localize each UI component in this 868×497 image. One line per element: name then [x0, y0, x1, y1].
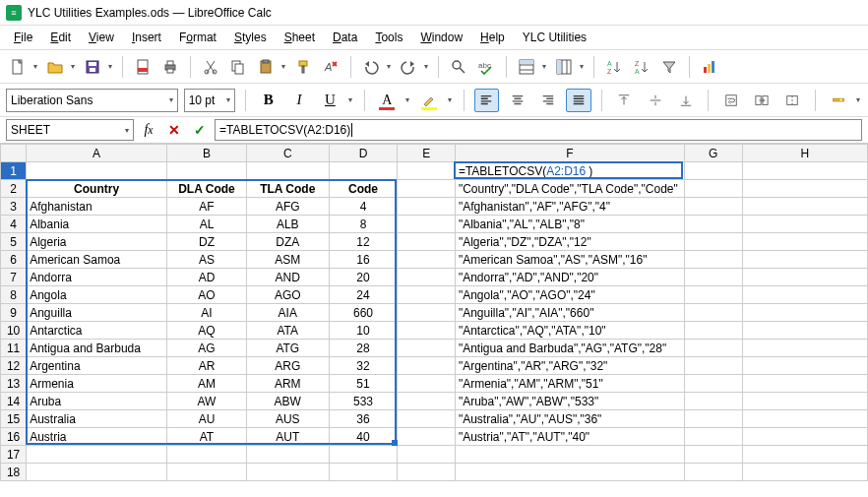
row-header-4[interactable]: 4 [1, 216, 27, 233]
cell-B13[interactable]: AM [167, 375, 247, 393]
cell-D15[interactable]: 36 [329, 410, 398, 428]
cell-F14[interactable]: "Aruba","AW","ABW","533" [455, 393, 684, 410]
currency-button[interactable] [826, 89, 850, 112]
cell-B2[interactable]: DLA Code [167, 180, 247, 198]
cell-C4[interactable]: ALB [246, 216, 329, 233]
cell-C16[interactable]: AUT [246, 428, 329, 446]
cell-D17[interactable] [329, 446, 398, 464]
cell-F11[interactable]: "Antigua and Barbuda","AG","ATG","28" [455, 340, 684, 357]
paste-button[interactable] [254, 55, 278, 79]
cell-B17[interactable] [167, 446, 247, 464]
chart-button[interactable] [698, 55, 721, 79]
row-header-1[interactable]: 1 [1, 162, 27, 180]
cell-G17[interactable] [684, 446, 742, 464]
sort-asc-button[interactable]: AZ [602, 55, 626, 79]
menu-styles[interactable]: Styles [226, 29, 275, 46]
cell-B7[interactable]: AD [167, 269, 247, 286]
font-color-button[interactable]: A [375, 89, 400, 112]
menu-ylc[interactable]: YLC Utilities [515, 29, 594, 46]
clear-formatting-button[interactable]: A [319, 55, 342, 79]
find-button[interactable] [447, 55, 470, 79]
cell-F1[interactable]: =TABLETOCSV(A2:D16) [455, 162, 684, 180]
col-header-G[interactable]: G [684, 145, 742, 162]
cell-E7[interactable] [398, 269, 456, 286]
cell-D6[interactable]: 16 [329, 251, 398, 269]
cell-A13[interactable]: Armenia [27, 375, 167, 393]
cell-F3[interactable]: "Afghanistan","AF","AFG","4" [455, 198, 684, 216]
cell-E15[interactable] [398, 410, 456, 428]
cell-G18[interactable] [684, 464, 742, 481]
cell-A1[interactable] [27, 162, 167, 180]
cell-G1[interactable] [684, 162, 742, 180]
name-box[interactable]: SHEET▾ [6, 119, 134, 141]
cell-E5[interactable] [398, 233, 456, 251]
menu-format[interactable]: Format [171, 29, 224, 46]
cell-G10[interactable] [684, 322, 742, 340]
cell-F15[interactable]: "Australia","AU","AUS","36" [455, 410, 684, 428]
cell-A7[interactable]: Andorra [27, 269, 167, 286]
cell-G15[interactable] [684, 410, 742, 428]
cell-C9[interactable]: AIA [246, 304, 329, 322]
cell-B11[interactable]: AG [167, 340, 247, 357]
menu-data[interactable]: Data [325, 29, 365, 46]
cell-C12[interactable]: ARG [246, 357, 329, 375]
currency-dropdown[interactable]: ▾ [854, 95, 862, 104]
cell-C15[interactable]: AUS [246, 410, 329, 428]
row-header-2[interactable]: 2 [1, 180, 27, 198]
cell-F5[interactable]: "Algeria","DZ","DZA","12" [455, 233, 684, 251]
cell-F4[interactable]: "Albania","AL","ALB","8" [455, 216, 684, 233]
export-pdf-button[interactable] [131, 55, 155, 79]
cell-A4[interactable]: Albania [27, 216, 167, 233]
cell-F8[interactable]: "Angola","AO","AGO","24" [455, 286, 684, 304]
cell-H2[interactable] [742, 180, 867, 198]
cell-D2[interactable]: Code [329, 180, 398, 198]
cell-B12[interactable]: AR [167, 357, 247, 375]
cell-A18[interactable] [27, 464, 167, 481]
cell-H10[interactable] [742, 322, 867, 340]
undo-dropdown[interactable]: ▾ [385, 62, 393, 71]
cell-B18[interactable] [167, 464, 247, 481]
cell-C10[interactable]: ATA [246, 322, 329, 340]
cell-F17[interactable] [455, 446, 684, 464]
save-dropdown[interactable]: ▾ [106, 62, 114, 71]
cell-E18[interactable] [398, 464, 456, 481]
cell-D4[interactable]: 8 [329, 216, 398, 233]
cell-E4[interactable] [398, 216, 456, 233]
cell-H4[interactable] [742, 216, 867, 233]
column-dropdown[interactable]: ▾ [578, 62, 586, 71]
cell-F6[interactable]: "American Samoa","AS","ASM","16" [455, 251, 684, 269]
cell-A6[interactable]: American Samoa [27, 251, 167, 269]
col-header-A[interactable]: A [27, 145, 167, 162]
cell-E14[interactable] [398, 393, 456, 410]
row-header-11[interactable]: 11 [1, 340, 27, 357]
formula-input[interactable]: =TABLETOCSV(A2:D16) [215, 119, 862, 141]
cell-E1[interactable] [398, 162, 456, 180]
cell-E3[interactable] [398, 198, 456, 216]
col-header-H[interactable]: H [742, 145, 867, 162]
cell-H15[interactable] [742, 410, 867, 428]
cell-G11[interactable] [684, 340, 742, 357]
row-header-8[interactable]: 8 [1, 286, 27, 304]
cell-G16[interactable] [684, 428, 742, 446]
cell-B14[interactable]: AW [167, 393, 247, 410]
cell-E9[interactable] [398, 304, 456, 322]
cell-A3[interactable]: Afghanistan [27, 198, 167, 216]
cell-B1[interactable] [167, 162, 247, 180]
new-button[interactable] [6, 55, 30, 79]
row-header-15[interactable]: 15 [1, 410, 27, 428]
cell-C1[interactable] [246, 162, 329, 180]
underline-dropdown[interactable]: ▾ [346, 95, 354, 104]
cell-B3[interactable]: AF [167, 198, 247, 216]
cell-F2[interactable]: "Country","DLA Code","TLA Code","Code" [455, 180, 684, 198]
cell-H17[interactable] [742, 446, 867, 464]
cell-C8[interactable]: AGO [246, 286, 329, 304]
cell-F16[interactable]: "Austria","AT","AUT","40" [455, 428, 684, 446]
cell-H9[interactable] [742, 304, 867, 322]
cell-G2[interactable] [684, 180, 742, 198]
cell-E8[interactable] [398, 286, 456, 304]
align-justify-button[interactable] [566, 89, 590, 112]
align-left-button[interactable] [474, 89, 499, 112]
menu-edit[interactable]: Edit [42, 29, 79, 46]
clone-formatting-button[interactable] [291, 55, 315, 79]
accept-button[interactable]: ✓ [189, 119, 211, 141]
